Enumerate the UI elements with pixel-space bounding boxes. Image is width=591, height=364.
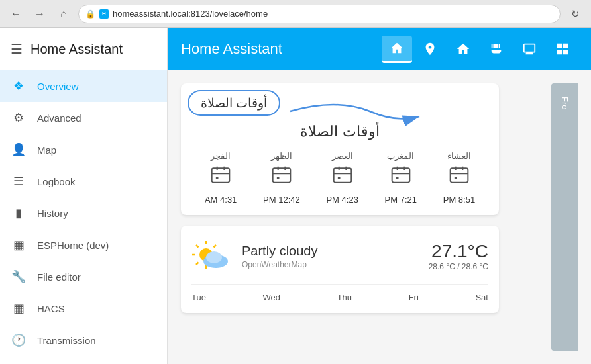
file-editor-icon: 🔧 <box>11 269 27 284</box>
annotation-container: أوقات الصلاة <box>188 90 280 116</box>
sidebar-item-label-hacs: HACS <box>37 303 65 314</box>
prayer-icon-fajr <box>210 165 231 191</box>
address-bar[interactable]: 🔒 H homeassistant.local:8123/lovelace/ho… <box>78 5 561 23</box>
prayer-icon-asr <box>332 165 353 191</box>
sidebar-item-label-history: History <box>37 208 68 219</box>
prayer-time-dhuhr: 12:42 PM <box>263 195 300 205</box>
sidebar-item-transmission[interactable]: 🕐 Transmission <box>0 324 167 356</box>
prayer-item-dhuhr: الظهر 12:42 PM <box>263 151 300 205</box>
prayer-time-maghrib: 7:21 PM <box>385 195 417 205</box>
reload-button[interactable]: ↻ <box>566 5 584 23</box>
weather-day-fri: Fri <box>409 293 419 302</box>
sidebar-item-label-esphome: ESPHome (dev) <box>37 240 109 251</box>
prayer-item-isha: العشاء 8:51 PM <box>443 151 475 205</box>
security-icon: 🔒 <box>85 9 95 19</box>
tab-person[interactable] <box>415 36 445 62</box>
sidebar-item-file-editor[interactable]: 🔧 File editor <box>0 261 167 293</box>
url-text: homeassistant.local:8123/lovelace/home <box>113 9 268 19</box>
sidebar-title: Home Assistant <box>30 42 123 57</box>
back-button[interactable]: ← <box>7 5 25 23</box>
prayer-name-dhuhr: الظهر <box>271 151 292 161</box>
prayer-name-asr: العصر <box>332 151 353 161</box>
tab-home[interactable] <box>382 36 412 63</box>
tab-grid[interactable] <box>547 36 578 62</box>
tab-bathtub[interactable] <box>481 36 511 62</box>
site-favicon: H <box>99 9 109 19</box>
svg-rect-9 <box>212 168 230 182</box>
weather-range: 28.6 °C / 28.6 °C <box>429 262 488 271</box>
annotation-arrow-svg <box>284 98 429 131</box>
svg-rect-5 <box>333 168 351 182</box>
home-button[interactable]: ⌂ <box>54 5 73 23</box>
prayer-name-fajr: الفجر <box>211 151 231 161</box>
weather-condition: Partly cloudy <box>242 244 418 259</box>
app-container: ☰ Home Assistant ❖ Overview ⚙ Advanced 👤… <box>0 28 591 364</box>
sidebar: ☰ Home Assistant ❖ Overview ⚙ Advanced 👤… <box>0 28 168 364</box>
tab-house[interactable] <box>448 36 478 62</box>
prayer-name-maghrib: المغرب <box>387 151 414 161</box>
advanced-icon: ⚙ <box>11 111 27 125</box>
sidebar-item-label-overview: Overview <box>37 81 79 92</box>
weather-days: Tue Wed Thu Fri Sat <box>191 284 488 302</box>
weather-temperature: 27.1°C <box>429 241 488 262</box>
sidebar-item-esphome[interactable]: ▦ ESPHome (dev) <box>0 229 167 261</box>
weather-card: Partly cloudy OpenWeatherMap 27.1°C 28.6… <box>181 226 499 313</box>
weather-main: Partly cloudy OpenWeatherMap 27.1°C 28.6… <box>191 236 488 276</box>
menu-toggle-icon[interactable]: ☰ <box>11 41 23 57</box>
weather-temp-container: 27.1°C 28.6 °C / 28.6 °C <box>429 241 488 271</box>
prayer-time-asr: 4:23 PM <box>326 195 358 205</box>
weather-day-thu: Thu <box>337 293 352 302</box>
svg-point-4 <box>396 177 398 179</box>
weather-partly-cloudy-icon <box>191 236 231 276</box>
sidebar-item-map[interactable]: 👤 Map <box>0 134 167 165</box>
right-panel: Fro <box>551 83 578 351</box>
svg-point-2 <box>455 177 457 179</box>
weather-info: Partly cloudy OpenWeatherMap <box>242 244 418 269</box>
svg-point-8 <box>277 177 280 179</box>
hacs-icon: ▦ <box>11 301 27 316</box>
prayer-item-asr: العصر 4:23 PM <box>326 151 358 205</box>
prayer-icon-dhuhr <box>271 165 292 191</box>
sidebar-item-label-advanced: Advanced <box>37 113 81 124</box>
forward-button[interactable]: → <box>30 5 49 23</box>
svg-point-10 <box>216 177 219 179</box>
sidebar-item-overview[interactable]: ❖ Overview <box>0 70 167 102</box>
prayer-item-maghrib: المغرب 7:21 PM <box>385 151 417 205</box>
sidebar-item-label-transmission: Transmission <box>37 335 96 346</box>
overview-icon: ❖ <box>11 79 27 93</box>
sidebar-item-history[interactable]: ▮ History <box>0 197 167 229</box>
prayer-icon-isha <box>449 165 470 191</box>
weather-source: OpenWeatherMap <box>242 260 418 269</box>
weather-day-tue: Tue <box>191 293 206 302</box>
svg-rect-3 <box>392 168 409 182</box>
sidebar-item-advanced[interactable]: ⚙ Advanced <box>0 102 167 134</box>
prayer-times-grid: العشاء 8:51 PM المغرب 7:21 PM <box>191 151 488 205</box>
logbook-icon: ☰ <box>11 174 27 189</box>
prayer-icon-maghrib <box>390 165 411 191</box>
tab-monitor[interactable] <box>514 36 545 62</box>
content-area: أوقات الصلاة أوقات الصلاة <box>168 70 591 364</box>
prayer-time-fajr: 4:31 AM <box>205 195 237 205</box>
main-content: Home Assistant <box>168 28 591 364</box>
sidebar-item-hacs[interactable]: ▦ HACS <box>0 293 167 324</box>
sidebar-item-logbook[interactable]: ☰ Logbook <box>0 165 167 197</box>
esphome-icon: ▦ <box>11 238 27 252</box>
svg-line-19 <box>214 245 217 248</box>
top-bar: Home Assistant <box>168 28 591 70</box>
map-icon: 👤 <box>11 142 27 157</box>
weather-icon-container <box>191 236 231 276</box>
sidebar-item-label-map: Map <box>37 144 56 156</box>
sidebar-item-label-file-editor: File editor <box>37 271 81 283</box>
browser-chrome: ← → ⌂ 🔒 H homeassistant.local:8123/lovel… <box>0 0 591 28</box>
transmission-icon: 🕐 <box>11 333 27 347</box>
weather-day-sat: Sat <box>475 293 488 302</box>
prayer-time-isha: 8:51 PM <box>443 195 475 205</box>
svg-rect-7 <box>273 168 291 182</box>
right-panel-label: Fro <box>560 97 570 110</box>
annotation-text: أوقات الصلاة <box>201 96 267 110</box>
svg-rect-1 <box>451 168 468 182</box>
prayer-item-fajr: الفجر 4:31 AM <box>205 151 237 205</box>
prayer-name-isha: العشاء <box>447 151 471 161</box>
top-nav <box>382 36 578 63</box>
svg-line-18 <box>196 263 199 265</box>
